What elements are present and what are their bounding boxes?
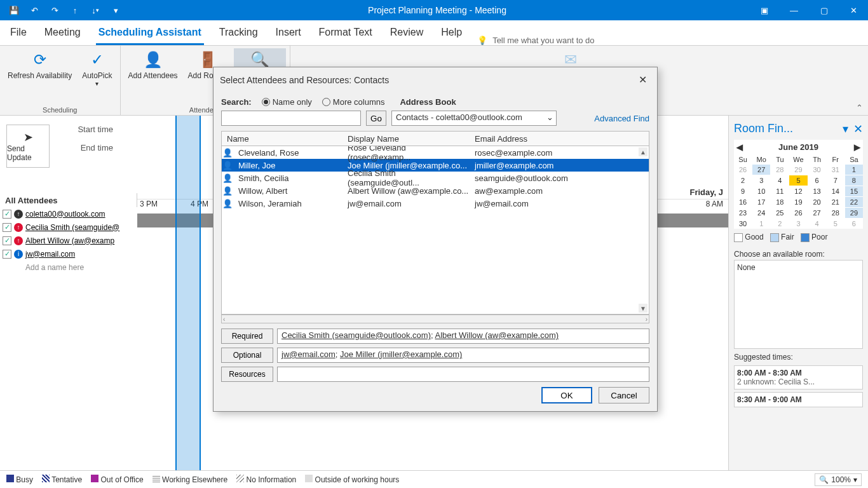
calendar-day[interactable]: 21 — [827, 197, 844, 207]
add-attendees-button[interactable]: 👤 Add Attendees — [125, 48, 182, 106]
attendee-row[interactable]: ✓ijw@email.com — [0, 247, 137, 261]
minimize-icon[interactable]: — — [780, 0, 808, 20]
tab-file[interactable]: File — [8, 22, 29, 45]
close-pane-icon[interactable]: ✕ — [853, 122, 863, 136]
room-list[interactable]: None — [734, 260, 863, 349]
calendar-day[interactable]: 1 — [752, 219, 770, 229]
close-icon[interactable]: ✕ — [839, 0, 868, 20]
horizontal-scrollbar[interactable]: ‹› — [221, 315, 649, 323]
time-selection-band[interactable] — [175, 116, 201, 470]
tab-format-text[interactable]: Format Text — [316, 22, 375, 45]
calendar-day[interactable]: 31 — [827, 165, 844, 175]
contact-row[interactable]: 👤Willow, AlbertAlbert Willow (aw@example… — [222, 184, 649, 197]
calendar-day[interactable]: 27 — [752, 165, 770, 175]
checkbox-icon[interactable]: ✓ — [3, 223, 11, 232]
refresh-availability-button[interactable]: ⟳ Refresh Availability — [4, 48, 76, 106]
checkbox-icon[interactable]: ✓ — [3, 210, 11, 219]
contact-row[interactable]: 👤Smith, CeciliaCecilia Smith (seamguide@… — [222, 172, 649, 184]
checkbox-icon[interactable]: ✓ — [3, 250, 11, 259]
go-button[interactable]: Go — [366, 111, 386, 126]
suggested-time-item[interactable]: 8:00 AM - 8:30 AM2 unknown: Cecilia S... — [734, 365, 863, 390]
calendar-day[interactable]: 4 — [771, 175, 789, 186]
calendar-day[interactable]: 29 — [789, 165, 807, 175]
tab-review[interactable]: Review — [388, 22, 426, 45]
ok-button[interactable]: OK — [541, 387, 592, 403]
calendar-day[interactable]: 3 — [752, 175, 770, 186]
calendar-day[interactable]: 24 — [752, 208, 770, 218]
calendar-day[interactable]: 30 — [808, 165, 826, 175]
scroll-up-icon[interactable]: ▲ — [639, 147, 648, 156]
calendar-day[interactable]: 14 — [827, 186, 844, 196]
calendar-day[interactable]: 5 — [789, 175, 807, 186]
optional-field[interactable]: jw@email.com; Joe Miller (jmiller@exampl… — [277, 348, 649, 363]
next-month-icon[interactable]: ▶ — [854, 142, 860, 152]
attendee-name[interactable]: jw@email.com — [25, 250, 75, 259]
required-button[interactable]: Required — [221, 329, 273, 344]
calendar-day[interactable]: 2 — [771, 219, 789, 229]
attendee-row[interactable]: ✓↑Cecilia Smith (seamguide@ — [0, 220, 137, 234]
zoom-control[interactable]: 🔍 100% ▾ — [815, 473, 862, 486]
calendar-day[interactable]: 11 — [771, 186, 789, 196]
required-field[interactable]: Cecilia Smith (seamguide@outlook.com); A… — [277, 329, 649, 344]
col-email[interactable]: Email Address — [470, 134, 649, 144]
suggested-time-item[interactable]: 8:30 AM - 9:00 AM — [734, 392, 863, 407]
calendar-day[interactable]: 26 — [789, 208, 807, 218]
checkbox-icon[interactable]: ✓ — [3, 236, 11, 245]
collapse-ribbon-icon[interactable]: ⌃ — [851, 100, 868, 115]
up-arrow-icon[interactable]: ↑ — [66, 1, 84, 19]
tab-insert[interactable]: Insert — [273, 22, 304, 45]
add-name-input[interactable]: Add a name here — [0, 261, 137, 274]
calendar-day[interactable]: 17 — [752, 197, 770, 207]
calendar-day[interactable]: 29 — [845, 208, 863, 218]
contacts-list[interactable]: ▲ ▼ 👤Cleveland, RoseRose Cleveland (rose… — [221, 146, 649, 315]
ribbon-display-icon[interactable]: ▣ — [750, 0, 778, 20]
calendar-day[interactable]: 23 — [734, 208, 752, 218]
calendar-day[interactable]: 18 — [771, 197, 789, 207]
attendee-name[interactable]: Albert Willow (aw@examp — [25, 236, 114, 245]
cancel-button[interactable]: Cancel — [599, 387, 649, 403]
col-display-name[interactable]: Display Name — [342, 134, 470, 144]
attendee-name[interactable]: Cecilia Smith (seamguide@ — [25, 223, 119, 232]
calendar-day[interactable]: 30 — [734, 219, 752, 229]
calendar-day[interactable]: 3 — [789, 219, 807, 229]
col-name[interactable]: Name — [222, 134, 342, 144]
attendee-row[interactable]: ✓↑Albert Willow (aw@examp — [0, 234, 137, 247]
contact-row[interactable]: 👤Cleveland, RoseRose Cleveland (rosec@ex… — [222, 146, 649, 159]
tab-tracking[interactable]: Tracking — [217, 22, 261, 45]
calendar-day[interactable]: 1 — [845, 165, 863, 175]
tab-meeting[interactable]: Meeting — [42, 22, 83, 45]
radio-more-columns[interactable] — [322, 98, 330, 106]
maximize-icon[interactable]: ▢ — [810, 0, 838, 20]
calendar-day[interactable]: 20 — [808, 197, 826, 207]
down-arrow-icon[interactable]: ↓▾ — [86, 1, 104, 19]
calendar-day[interactable]: 27 — [808, 208, 826, 218]
save-icon[interactable]: 💾 — [5, 1, 23, 19]
calendar-day[interactable]: 19 — [789, 197, 807, 207]
calendar-day[interactable]: 9 — [734, 186, 752, 196]
advanced-find-link[interactable]: Advanced Find — [594, 114, 649, 123]
calendar-day[interactable]: 8 — [845, 175, 863, 186]
attendee-name[interactable]: coletta00@outlook.com — [25, 210, 105, 219]
contact-row[interactable]: 👤Wilson, Jeramiahjw@email.comjw@email.co… — [222, 197, 649, 210]
redo-icon[interactable]: ↷ — [46, 1, 64, 19]
calendar-day[interactable]: 7 — [827, 175, 844, 186]
radio-name-only[interactable] — [262, 98, 270, 106]
calendar-day[interactable]: 5 — [827, 219, 844, 229]
calendar-day[interactable]: 12 — [789, 186, 807, 196]
calendar-day[interactable]: 6 — [845, 219, 863, 229]
optional-button[interactable]: Optional — [221, 348, 273, 363]
resources-field[interactable] — [277, 367, 649, 382]
calendar-day[interactable]: 13 — [808, 186, 826, 196]
calendar-day[interactable]: 15 — [845, 186, 863, 196]
calendar-day[interactable]: 2 — [734, 175, 752, 186]
tell-me-search[interactable]: 💡 Tell me what you want to do — [477, 36, 594, 45]
calendar-day[interactable]: 6 — [808, 175, 826, 186]
calendar-day[interactable]: 28 — [827, 208, 844, 218]
calendar-day[interactable]: 16 — [734, 197, 752, 207]
qat-customize-icon[interactable]: ▾ — [107, 1, 125, 19]
undo-icon[interactable]: ↶ — [25, 1, 43, 19]
dropdown-icon[interactable]: ▾ — [843, 122, 848, 136]
calendar-day[interactable]: 28 — [771, 165, 789, 175]
calendar-day[interactable]: 22 — [845, 197, 863, 207]
scroll-down-icon[interactable]: ▼ — [639, 304, 648, 313]
